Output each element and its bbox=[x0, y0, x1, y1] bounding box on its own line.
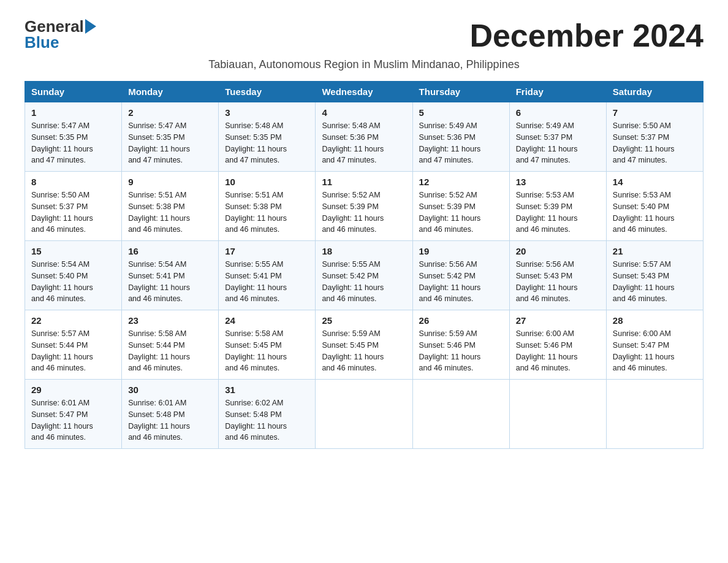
calendar-day-cell: 26 Sunrise: 5:59 AMSunset: 5:46 PMDaylig… bbox=[412, 310, 509, 380]
day-number: 25 bbox=[322, 315, 406, 326]
day-info: Sunrise: 5:58 AMSunset: 5:45 PMDaylight:… bbox=[225, 329, 287, 372]
day-number: 15 bbox=[31, 246, 115, 256]
calendar-day-cell: 16 Sunrise: 5:54 AMSunset: 5:41 PMDaylig… bbox=[122, 241, 219, 310]
day-info: Sunrise: 6:00 AMSunset: 5:47 PMDaylight:… bbox=[613, 329, 675, 372]
calendar-day-cell: 27 Sunrise: 6:00 AMSunset: 5:46 PMDaylig… bbox=[509, 310, 606, 380]
day-number: 10 bbox=[225, 177, 309, 187]
day-info: Sunrise: 5:54 AMSunset: 5:40 PMDaylight:… bbox=[31, 260, 93, 303]
calendar-day-cell: 1 Sunrise: 5:47 AMSunset: 5:35 PMDayligh… bbox=[25, 102, 122, 172]
day-number: 19 bbox=[419, 246, 503, 256]
weekday-header-thursday: Thursday bbox=[412, 82, 509, 102]
day-number: 27 bbox=[516, 315, 600, 326]
calendar-day-cell: 11 Sunrise: 5:52 AMSunset: 5:39 PMDaylig… bbox=[316, 172, 412, 241]
calendar-day-cell: 20 Sunrise: 5:56 AMSunset: 5:43 PMDaylig… bbox=[509, 241, 606, 310]
day-number: 21 bbox=[613, 246, 697, 256]
day-info: Sunrise: 5:50 AMSunset: 5:37 PMDaylight:… bbox=[613, 121, 675, 164]
day-info: Sunrise: 5:48 AMSunset: 5:36 PMDaylight:… bbox=[322, 121, 384, 164]
calendar-week-row: 22 Sunrise: 5:57 AMSunset: 5:44 PMDaylig… bbox=[25, 310, 703, 380]
day-number: 12 bbox=[419, 177, 503, 187]
day-info: Sunrise: 5:55 AMSunset: 5:41 PMDaylight:… bbox=[225, 260, 287, 303]
weekday-header-monday: Monday bbox=[122, 82, 219, 102]
calendar-day-cell: 24 Sunrise: 5:58 AMSunset: 5:45 PMDaylig… bbox=[219, 310, 316, 380]
calendar-day-cell: 6 Sunrise: 5:49 AMSunset: 5:37 PMDayligh… bbox=[509, 102, 606, 172]
day-number: 18 bbox=[322, 246, 406, 256]
weekday-header-row: SundayMondayTuesdayWednesdayThursdayFrid… bbox=[25, 82, 703, 102]
weekday-header-saturday: Saturday bbox=[606, 82, 703, 102]
calendar-day-cell: 9 Sunrise: 5:51 AMSunset: 5:38 PMDayligh… bbox=[122, 172, 219, 241]
calendar-day-cell: 29 Sunrise: 6:01 AMSunset: 5:47 PMDaylig… bbox=[25, 380, 122, 449]
day-number: 7 bbox=[613, 107, 697, 118]
calendar-empty-cell bbox=[316, 380, 412, 449]
calendar-day-cell: 10 Sunrise: 5:51 AMSunset: 5:38 PMDaylig… bbox=[219, 172, 316, 241]
day-number: 29 bbox=[31, 385, 115, 395]
calendar-day-cell: 5 Sunrise: 5:49 AMSunset: 5:36 PMDayligh… bbox=[412, 102, 509, 172]
day-info: Sunrise: 5:48 AMSunset: 5:35 PMDaylight:… bbox=[225, 121, 287, 164]
calendar-day-cell: 7 Sunrise: 5:50 AMSunset: 5:37 PMDayligh… bbox=[606, 102, 703, 172]
day-number: 13 bbox=[516, 177, 600, 187]
day-number: 2 bbox=[128, 107, 212, 118]
day-info: Sunrise: 6:01 AMSunset: 5:48 PMDaylight:… bbox=[128, 399, 190, 442]
day-info: Sunrise: 5:59 AMSunset: 5:46 PMDaylight:… bbox=[419, 329, 481, 372]
subtitle: Tabiauan, Autonomous Region in Muslim Mi… bbox=[25, 58, 703, 71]
day-number: 22 bbox=[31, 315, 115, 326]
day-info: Sunrise: 5:58 AMSunset: 5:44 PMDaylight:… bbox=[128, 329, 190, 372]
day-number: 3 bbox=[225, 107, 309, 118]
logo: General Blue bbox=[25, 18, 96, 50]
calendar-day-cell: 31 Sunrise: 6:02 AMSunset: 5:48 PMDaylig… bbox=[219, 380, 316, 449]
calendar-day-cell: 17 Sunrise: 5:55 AMSunset: 5:41 PMDaylig… bbox=[219, 241, 316, 310]
day-number: 30 bbox=[128, 385, 212, 395]
calendar-day-cell: 28 Sunrise: 6:00 AMSunset: 5:47 PMDaylig… bbox=[606, 310, 703, 380]
calendar-week-row: 8 Sunrise: 5:50 AMSunset: 5:37 PMDayligh… bbox=[25, 172, 703, 241]
day-info: Sunrise: 5:51 AMSunset: 5:38 PMDaylight:… bbox=[225, 191, 287, 234]
calendar-day-cell: 22 Sunrise: 5:57 AMSunset: 5:44 PMDaylig… bbox=[25, 310, 122, 380]
day-number: 9 bbox=[128, 177, 212, 187]
day-info: Sunrise: 5:57 AMSunset: 5:43 PMDaylight:… bbox=[613, 260, 675, 303]
calendar-week-row: 1 Sunrise: 5:47 AMSunset: 5:35 PMDayligh… bbox=[25, 102, 703, 172]
calendar-day-cell: 25 Sunrise: 5:59 AMSunset: 5:45 PMDaylig… bbox=[316, 310, 412, 380]
day-info: Sunrise: 6:00 AMSunset: 5:46 PMDaylight:… bbox=[516, 329, 578, 372]
day-info: Sunrise: 5:49 AMSunset: 5:37 PMDaylight:… bbox=[516, 121, 578, 164]
calendar-day-cell: 2 Sunrise: 5:47 AMSunset: 5:35 PMDayligh… bbox=[122, 102, 219, 172]
day-number: 24 bbox=[225, 315, 309, 326]
day-number: 4 bbox=[322, 107, 406, 118]
day-number: 23 bbox=[128, 315, 212, 326]
calendar-day-cell: 18 Sunrise: 5:55 AMSunset: 5:42 PMDaylig… bbox=[316, 241, 412, 310]
calendar-day-cell: 4 Sunrise: 5:48 AMSunset: 5:36 PMDayligh… bbox=[316, 102, 412, 172]
logo-general-text: General bbox=[25, 18, 84, 34]
day-info: Sunrise: 5:56 AMSunset: 5:43 PMDaylight:… bbox=[516, 260, 578, 303]
day-info: Sunrise: 5:49 AMSunset: 5:36 PMDaylight:… bbox=[419, 121, 481, 164]
day-number: 8 bbox=[31, 177, 115, 187]
day-info: Sunrise: 5:47 AMSunset: 5:35 PMDaylight:… bbox=[128, 121, 190, 164]
calendar-day-cell: 12 Sunrise: 5:52 AMSunset: 5:39 PMDaylig… bbox=[412, 172, 509, 241]
day-number: 6 bbox=[516, 107, 600, 118]
weekday-header-wednesday: Wednesday bbox=[316, 82, 412, 102]
day-info: Sunrise: 5:56 AMSunset: 5:42 PMDaylight:… bbox=[419, 260, 481, 303]
logo-arrow-icon bbox=[85, 19, 96, 34]
day-number: 11 bbox=[322, 177, 406, 187]
calendar-day-cell: 19 Sunrise: 5:56 AMSunset: 5:42 PMDaylig… bbox=[412, 241, 509, 310]
calendar-day-cell: 30 Sunrise: 6:01 AMSunset: 5:48 PMDaylig… bbox=[122, 380, 219, 449]
day-info: Sunrise: 6:01 AMSunset: 5:47 PMDaylight:… bbox=[31, 399, 93, 442]
calendar-day-cell: 21 Sunrise: 5:57 AMSunset: 5:43 PMDaylig… bbox=[606, 241, 703, 310]
day-info: Sunrise: 5:53 AMSunset: 5:39 PMDaylight:… bbox=[516, 191, 578, 234]
logo-blue-text: Blue bbox=[25, 34, 59, 50]
day-number: 16 bbox=[128, 246, 212, 256]
day-number: 5 bbox=[419, 107, 503, 118]
day-info: Sunrise: 5:50 AMSunset: 5:37 PMDaylight:… bbox=[31, 191, 93, 234]
calendar-day-cell: 14 Sunrise: 5:53 AMSunset: 5:40 PMDaylig… bbox=[606, 172, 703, 241]
calendar-day-cell: 15 Sunrise: 5:54 AMSunset: 5:40 PMDaylig… bbox=[25, 241, 122, 310]
page-header: General Blue December 2024 bbox=[25, 18, 703, 53]
day-info: Sunrise: 6:02 AMSunset: 5:48 PMDaylight:… bbox=[225, 399, 287, 442]
calendar-empty-cell bbox=[412, 380, 509, 449]
month-title: December 2024 bbox=[469, 18, 703, 53]
calendar-day-cell: 13 Sunrise: 5:53 AMSunset: 5:39 PMDaylig… bbox=[509, 172, 606, 241]
day-info: Sunrise: 5:53 AMSunset: 5:40 PMDaylight:… bbox=[613, 191, 675, 234]
weekday-header-tuesday: Tuesday bbox=[219, 82, 316, 102]
day-info: Sunrise: 5:47 AMSunset: 5:35 PMDaylight:… bbox=[31, 121, 93, 164]
day-info: Sunrise: 5:55 AMSunset: 5:42 PMDaylight:… bbox=[322, 260, 384, 303]
calendar-day-cell: 8 Sunrise: 5:50 AMSunset: 5:37 PMDayligh… bbox=[25, 172, 122, 241]
weekday-header-friday: Friday bbox=[509, 82, 606, 102]
calendar-empty-cell bbox=[509, 380, 606, 449]
calendar-day-cell: 3 Sunrise: 5:48 AMSunset: 5:35 PMDayligh… bbox=[219, 102, 316, 172]
calendar-week-row: 29 Sunrise: 6:01 AMSunset: 5:47 PMDaylig… bbox=[25, 380, 703, 449]
